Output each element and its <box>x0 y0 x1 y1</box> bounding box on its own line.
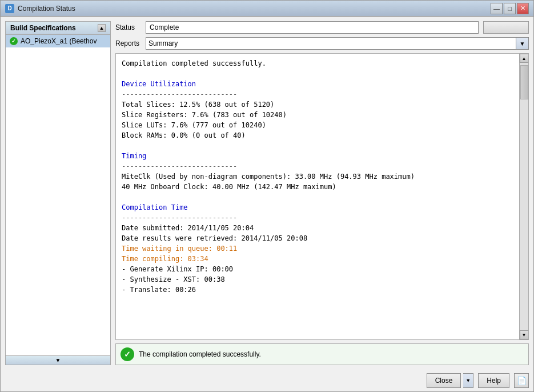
content-area: Build Specifications ▲ ✓ AO_PiezoX_a1 (B… <box>1 17 533 370</box>
device-utilization-header: Device Utilization <box>122 79 513 89</box>
close-window-button[interactable]: ✕ <box>517 3 529 14</box>
slices-text: Total Slices: 12.5% (638 out of 5120) <box>122 99 513 110</box>
slice-registers-text: Slice Registers: 7.6% (783 out of 10240) <box>122 110 513 120</box>
close-button[interactable]: Close <box>427 373 461 388</box>
date-retrieved-text: Date results were retrieved: 2014/11/05 … <box>122 233 513 243</box>
success-check-icon: ✓ <box>121 347 134 361</box>
miteclk-text: MiteClk (Used by non-diagram components)… <box>122 171 513 182</box>
extra-button[interactable]: 📄 <box>514 373 529 388</box>
build-item-label: AO_PiezoX_a1 (Beethov <box>21 37 97 45</box>
reports-select-wrap: Summary Detailed Full ▼ <box>146 37 529 50</box>
report-text: Compilation completed successfully. Devi… <box>116 54 519 339</box>
reports-section: Reports Summary Detailed Full ▼ <box>115 37 529 50</box>
scroll-down-arrow[interactable]: ▼ <box>520 330 529 339</box>
build-specs-label: Build Specifications <box>10 24 76 32</box>
scroll-up-arrow[interactable]: ▲ <box>520 54 529 63</box>
scroll-thumb[interactable] <box>520 65 528 99</box>
dashes3: ---------------------------- <box>122 213 513 223</box>
scroll-up-button[interactable]: ▲ <box>98 24 106 32</box>
close-dropdown-button[interactable]: ▼ <box>463 373 473 388</box>
synthesize-xst-text: - Synthesize - XST: 00:38 <box>122 274 513 285</box>
report-content-area: Compilation completed successfully. Devi… <box>115 53 529 340</box>
reports-dropdown-button[interactable]: ▼ <box>516 37 529 50</box>
dashes2: ---------------------------- <box>122 161 513 171</box>
status-input[interactable] <box>146 21 479 34</box>
list-item[interactable]: ✓ AO_PiezoX_a1 (Beethov <box>6 35 110 47</box>
build-specs-list: ✓ AO_PiezoX_a1 (Beethov <box>6 35 110 355</box>
build-specs-header: Build Specifications ▲ <box>6 22 110 35</box>
status-section: Status <box>115 21 529 34</box>
scroll-down-button[interactable]: ▼ <box>6 355 110 365</box>
reports-select[interactable]: Summary Detailed Full <box>146 37 516 50</box>
window-title: Compilation Status <box>18 5 491 13</box>
build-specifications-panel: Build Specifications ▲ ✓ AO_PiezoX_a1 (B… <box>5 21 111 365</box>
dashes1: ---------------------------- <box>122 89 513 99</box>
status-action-button[interactable] <box>483 21 529 34</box>
success-bar: ✓ The compilation completed successfully… <box>115 343 529 365</box>
report-intro: Compilation completed successfully. <box>122 58 513 69</box>
right-panel: Status Reports Summary Detailed Full ▼ <box>115 21 529 365</box>
success-message: The compilation completed successfully. <box>139 350 261 358</box>
slice-luts-text: Slice LUTs: 7.6% (777 out of 10240) <box>122 120 513 130</box>
help-button[interactable]: Help <box>478 373 509 388</box>
status-label: Status <box>115 23 141 31</box>
window-controls: — □ ✕ <box>491 3 529 14</box>
compilation-time-header: Compilation Time <box>122 202 513 213</box>
main-window: D Compilation Status — □ ✕ Build Specifi… <box>0 0 534 392</box>
translate-text: - Translate: 00:26 <box>122 285 513 295</box>
app-icon: D <box>5 4 14 13</box>
minimize-button[interactable]: — <box>491 3 503 14</box>
success-icon: ✓ <box>9 37 18 46</box>
maximize-button[interactable]: □ <box>504 3 516 14</box>
onboard-clock-text: 40 MHz Onboard Clock: 40.00 MHz (142.47 … <box>122 182 513 192</box>
scroll-track[interactable] <box>520 63 528 330</box>
titlebar: D Compilation Status — □ ✕ <box>1 1 533 17</box>
time-compiling-text: Time compiling: 03:34 <box>122 254 513 264</box>
bottom-bar: Close ▼ Help 📄 <box>1 370 533 391</box>
scrollbar: ▲ ▼ <box>519 54 528 339</box>
generate-xilinx-text: - Generate Xilinx IP: 00:00 <box>122 264 513 274</box>
timing-header: Timing <box>122 151 513 161</box>
time-waiting-text: Time waiting in queue: 00:11 <box>122 243 513 254</box>
block-rams-text: Block RAMs: 0.0% (0 out of 40) <box>122 130 513 141</box>
reports-label: Reports <box>115 39 141 47</box>
date-submitted-text: Date submitted: 2014/11/05 20:04 <box>122 223 513 233</box>
